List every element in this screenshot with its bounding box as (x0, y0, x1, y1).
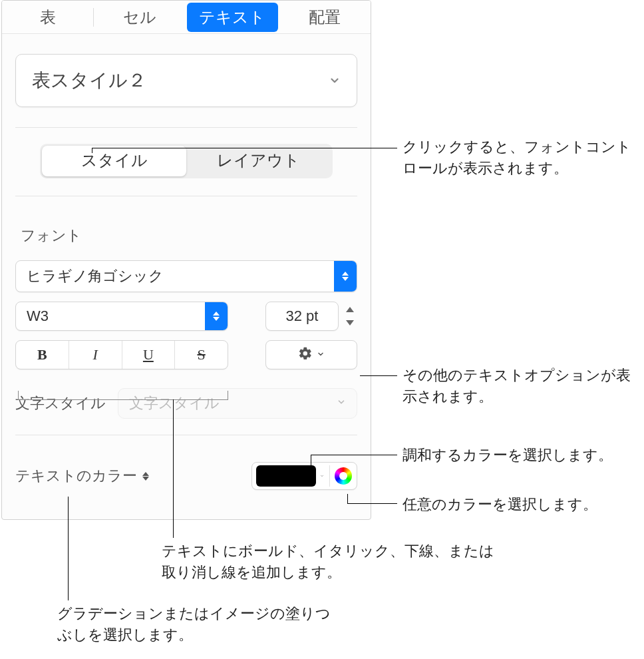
leader-line (92, 148, 397, 148)
chevron-down-icon (329, 75, 341, 87)
font-size-field[interactable]: 32 pt (265, 302, 339, 331)
style-layout-segmented: スタイル レイアウト (40, 144, 333, 178)
bold-button[interactable]: B (16, 341, 69, 369)
segment-style[interactable]: スタイル (42, 146, 186, 176)
paragraph-style-popup[interactable]: 表スタイル２ (15, 54, 357, 107)
tab-table[interactable]: 表 (2, 1, 93, 33)
leader-line (311, 455, 397, 455)
text-color-label: テキストのカラー (15, 466, 137, 486)
leader-line (173, 399, 174, 538)
text-style-group: B I U S (15, 340, 228, 369)
updown-icon (142, 472, 149, 481)
bius-bracket (18, 391, 228, 400)
leader-line (311, 455, 311, 469)
callout-any-color: 任意のカラーを選択します。 (402, 494, 642, 515)
font-size-down[interactable] (343, 318, 357, 328)
font-size-value: 32 pt (286, 308, 319, 325)
divider (15, 127, 357, 128)
callout-harmony-color: 調和するカラーを選択します。 (402, 445, 642, 466)
gear-icon (298, 346, 313, 363)
tab-cell[interactable]: セル (94, 1, 185, 33)
font-family-value: ヒラギノ角ゴシック (16, 266, 334, 286)
leader-line (360, 375, 397, 376)
color-swatch (256, 465, 316, 487)
font-size-stepper (343, 304, 357, 328)
divider (15, 435, 357, 435)
color-wheel-button[interactable] (330, 463, 357, 489)
segment-layout[interactable]: レイアウト (186, 146, 331, 176)
strikethrough-button[interactable]: S (175, 341, 228, 369)
divider (15, 196, 357, 196)
inspector-panel: 表 セル テキスト 配置 表スタイル２ スタイル レイアウト フォント ヒラギノ… (1, 0, 371, 520)
font-size-up[interactable] (343, 304, 357, 315)
font-family-popup[interactable]: ヒラギノ角ゴシック (15, 260, 357, 292)
chevron-down-icon (319, 472, 328, 480)
underline-button[interactable]: U (122, 341, 176, 369)
advanced-options-button[interactable] (265, 340, 357, 369)
tab-text[interactable]: テキスト (187, 3, 278, 32)
callout-gradient-fill: グラデーションまたはイメージの塗りつぶしを選択します。 (57, 603, 343, 646)
tab-arrange[interactable]: 配置 (279, 1, 371, 33)
chevron-down-icon (337, 397, 346, 409)
popup-stepper-icon (205, 302, 228, 330)
font-weight-popup[interactable]: W3 (15, 302, 228, 331)
callout-bius: テキストにボールド、イタリック、下線、または取り消し線を追加します。 (162, 541, 508, 583)
leader-line (68, 497, 69, 600)
font-size-group: 32 pt (265, 302, 357, 331)
font-section-label: フォント (21, 226, 357, 246)
font-weight-value: W3 (16, 308, 205, 325)
popup-stepper-icon (334, 261, 357, 292)
top-tabs: 表 セル テキスト 配置 (2, 1, 371, 34)
text-color-popup[interactable]: テキストのカラー (15, 466, 149, 486)
chevron-down-icon (317, 349, 325, 361)
callout-font-controls: クリックすると、フォントコントロールが表示されます。 (402, 136, 639, 179)
callout-more-options: その他のテキストオプションが表示されます。 (402, 365, 642, 407)
text-color-controls (251, 462, 357, 490)
color-well[interactable] (252, 465, 330, 487)
leader-line (347, 503, 397, 504)
italic-button[interactable]: I (69, 341, 122, 369)
color-wheel-icon (335, 467, 352, 485)
paragraph-style-label: 表スタイル２ (32, 68, 146, 93)
leader-line (92, 148, 92, 153)
leader-line (347, 494, 348, 503)
